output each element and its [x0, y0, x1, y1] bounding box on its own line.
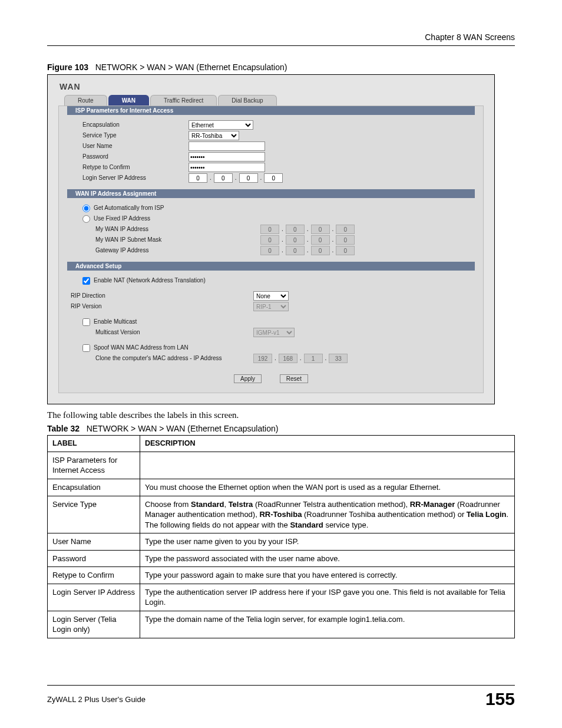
gateway-label: Gateway IP Address: [95, 245, 260, 256]
ip-octet: [286, 225, 305, 234]
figure-title: NETWORK > WAN > WAN (Ethernet Encapsulat…: [95, 62, 287, 72]
tab-traffic-redirect[interactable]: Traffic Redirect: [150, 95, 217, 106]
following-text: The following table describes the labels…: [47, 410, 515, 420]
radio-fixed-ip[interactable]: [82, 215, 90, 223]
header-description: Description: [140, 436, 515, 452]
page-number: 155: [485, 689, 515, 709]
table-row: PasswordType the password associated wit…: [48, 550, 515, 567]
retype-label: Retype to Confirm: [82, 162, 189, 173]
ip-octet: [260, 246, 279, 255]
multicast-version-select: IGMP-v1: [253, 328, 295, 337]
tab-bar: Route WAN Traffic Redirect Dial Backup: [64, 95, 484, 106]
table-row: EncapsulationYou must choose the Etherne…: [48, 479, 515, 496]
clone-mac-label: Clone the computer's MAC address - IP Ad…: [95, 353, 253, 364]
header-label: Label: [48, 436, 140, 452]
cell-description: Type the authentication server IP addres…: [140, 584, 515, 611]
clone-mac-ip: . . .: [253, 353, 348, 364]
subnet-label: My WAN IP Subnet Mask: [95, 235, 260, 245]
ip-octet: [329, 354, 348, 363]
encapsulation-select[interactable]: Ethernet: [189, 120, 253, 130]
my-wan-ip: . . .: [260, 224, 355, 235]
cell-label: ISP Parameters for Internet Access: [48, 452, 140, 479]
ip-octet: [336, 246, 355, 255]
figure-caption: Figure 103 NETWORK > WAN > WAN (Ethernet…: [47, 62, 515, 72]
panel: ISP Parameters for Internet Access Encap…: [58, 106, 484, 393]
footer-guide: ZyWALL 2 Plus User's Guide: [47, 695, 146, 704]
section-isp-parameters: ISP Parameters for Internet Access: [67, 106, 475, 115]
cell-label: Password: [48, 550, 140, 567]
ip-octet[interactable]: [264, 173, 283, 183]
rip-version-select: RIP-1: [253, 302, 289, 311]
user-name-input[interactable]: [189, 141, 265, 151]
gateway-ip: . . .: [260, 245, 355, 256]
cell-description: You must choose the Ethernet option when…: [140, 479, 515, 496]
screen-title: WAN: [59, 82, 484, 91]
cell-label: Retype to Confirm: [48, 567, 140, 584]
my-wan-ip-label: My WAN IP Address: [95, 224, 260, 235]
table-row: Retype to ConfirmType your password agai…: [48, 567, 515, 584]
table-row: Login Server (Telia Login only)Type the …: [48, 611, 515, 638]
password-label: Password: [82, 151, 189, 162]
ip-octet[interactable]: [189, 173, 207, 183]
cell-label: Service Type: [48, 496, 140, 533]
spoof-mac-label: Spoof WAN MAC Address from LAN: [94, 342, 189, 353]
retype-input[interactable]: [189, 163, 265, 172]
table-row: Login Server IP AddressType the authenti…: [48, 584, 515, 611]
page-footer: ZyWALL 2 Plus User's Guide 155: [47, 685, 515, 709]
nat-label: Enable NAT (Network Address Translation): [94, 275, 206, 286]
service-type-select[interactable]: RR-Toshiba: [189, 131, 239, 140]
fixed-ip-label: Use Fixed IP Address: [94, 213, 150, 224]
apply-button[interactable]: Apply: [234, 374, 262, 383]
ip-octet: [286, 235, 305, 245]
checkbox-enable-multicast[interactable]: [82, 318, 90, 326]
cell-label: Login Server IP Address: [48, 584, 140, 611]
auto-ip-label: Get Automatically from ISP: [94, 203, 164, 213]
rip-direction-select[interactable]: None: [253, 291, 289, 301]
ip-octet: [304, 354, 323, 363]
cell-description: Type the domain name of the Telia login …: [140, 611, 515, 638]
ip-octet: [260, 235, 279, 245]
cell-label: User Name: [48, 533, 140, 551]
table-row: User NameType the user name given to you…: [48, 533, 515, 551]
radio-auto-ip[interactable]: [82, 205, 90, 212]
table-row: Service TypeChoose from Standard, Telstr…: [48, 496, 515, 533]
multicast-label: Enable Multicast: [94, 317, 137, 327]
ip-octet: [311, 235, 330, 245]
table-title: NETWORK > WAN > WAN (Ethernet Encapsulat…: [87, 424, 279, 433]
table-label: Table 32: [47, 424, 80, 433]
description-table: Label Description ISP Parameters for Int…: [47, 435, 515, 638]
cell-label: Login Server (Telia Login only): [48, 611, 140, 638]
figure-label: Figure 103: [47, 62, 88, 72]
login-server-ip: . . .: [189, 173, 283, 183]
cell-description: [140, 452, 515, 479]
checkbox-spoof-mac[interactable]: [82, 344, 90, 352]
cell-description: Choose from Standard, Telstra (RoadRunne…: [140, 496, 515, 533]
password-input[interactable]: [189, 152, 265, 162]
ip-octet[interactable]: [214, 173, 233, 183]
rip-direction-label: RIP Direction: [71, 291, 253, 301]
cell-description: Type the user name given to you by your …: [140, 533, 515, 551]
tab-wan[interactable]: WAN: [108, 95, 149, 106]
table-row: ISP Parameters for Internet Access: [48, 452, 515, 479]
cell-description: Type your password again to make sure th…: [140, 567, 515, 584]
ip-octet: [279, 354, 297, 363]
ip-octet: [253, 354, 272, 363]
service-type-label: Service Type: [82, 130, 189, 141]
ip-octet: [260, 225, 279, 234]
tab-dial-backup[interactable]: Dial Backup: [218, 95, 276, 106]
cell-label: Encapsulation: [48, 479, 140, 496]
login-server-label: Login Server IP Address: [82, 173, 189, 183]
divider: [47, 45, 515, 46]
multicast-version-label: Multicast Version: [95, 327, 253, 338]
section-wan-ip: WAN IP Address Assignment: [67, 189, 475, 198]
checkbox-enable-nat[interactable]: [82, 277, 90, 285]
ip-octet[interactable]: [239, 173, 258, 183]
ip-octet: [311, 225, 330, 234]
rip-version-label: RIP Version: [71, 301, 253, 312]
subnet-ip: . . .: [260, 235, 355, 245]
ip-octet: [336, 235, 355, 245]
reset-button[interactable]: Reset: [280, 374, 308, 383]
tab-route[interactable]: Route: [64, 95, 107, 106]
section-advanced: Advanced Setup: [67, 262, 475, 271]
ip-octet: [311, 246, 330, 255]
